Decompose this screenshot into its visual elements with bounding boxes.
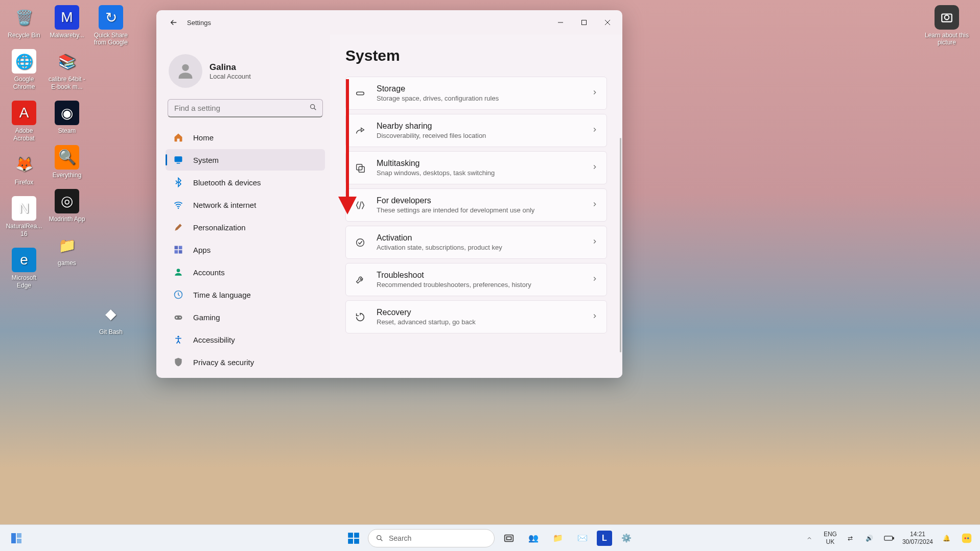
- desktop-icon[interactable]: 🌐Google Chrome: [4, 49, 44, 90]
- svg-rect-31: [354, 533, 359, 538]
- sidebar: Galina Local Account HomeSystemBluetooth…: [156, 35, 330, 378]
- desktop-icon[interactable]: 🗑️Recycle Bin: [4, 5, 44, 39]
- sidebar-item-time-language[interactable]: Time & language: [166, 284, 325, 305]
- sidebar-item-label: Accounts: [193, 268, 225, 277]
- desktop-icon[interactable]: eMicrosoft Edge: [4, 248, 44, 289]
- main-pane: System StorageStorage space, drives, con…: [330, 35, 622, 378]
- troubleshoot-icon: [354, 274, 366, 286]
- svg-rect-21: [357, 92, 364, 95]
- desktop-icon-label: NaturalRea... 16: [4, 223, 44, 237]
- notifications-icon[interactable]: 🔔: [940, 528, 952, 548]
- desktop-icon-label: Steam: [47, 127, 87, 134]
- card-subtitle: Recommended troubleshooters, preferences…: [377, 281, 581, 289]
- sidebar-item-personalization[interactable]: Personalization: [166, 217, 325, 238]
- svg-point-20: [177, 336, 179, 338]
- svg-point-11: [178, 207, 179, 209]
- tray-chevron-icon[interactable]: [802, 528, 816, 548]
- desktop-icon[interactable]: MMalwareby...: [47, 5, 87, 39]
- chevron-right-icon: [591, 275, 598, 284]
- sidebar-item-accessibility[interactable]: Accessibility: [166, 329, 325, 350]
- clock[interactable]: 14:21 30/07/2024: [902, 531, 933, 545]
- desktop-icon[interactable]: 📁games: [47, 233, 87, 267]
- svg-rect-15: [179, 250, 182, 254]
- sidebar-item-apps[interactable]: Apps: [166, 239, 325, 260]
- sidebar-item-bluetooth-devices[interactable]: Bluetooth & devices: [166, 172, 325, 193]
- desktop-icon-label: Recycle Bin: [4, 32, 44, 39]
- nav-list: HomeSystemBluetooth & devicesNetwork & i…: [166, 127, 325, 373]
- taskbar-search[interactable]: Search: [368, 529, 495, 547]
- home-icon: [173, 132, 184, 143]
- desktop-icon[interactable]: 🔍Everything: [47, 145, 87, 179]
- profile-block[interactable]: Galina Local Account: [166, 39, 325, 99]
- app-icon: N: [12, 196, 36, 221]
- settings-card-storage[interactable]: StorageStorage space, drives, configurat…: [345, 77, 607, 110]
- close-button[interactable]: [596, 13, 619, 32]
- settings-card-troubleshoot[interactable]: TroubleshootRecommended troubleshooters,…: [345, 263, 607, 296]
- sidebar-item-accounts[interactable]: Accounts: [166, 261, 325, 283]
- chevron-right-icon: [591, 89, 598, 98]
- sidebar-item-privacy-security[interactable]: Privacy & security: [166, 351, 325, 373]
- a11y-icon: [173, 334, 184, 345]
- svg-rect-12: [175, 246, 178, 250]
- app-icon: 📚: [55, 49, 79, 74]
- sidebar-item-label: Bluetooth & devices: [193, 178, 261, 187]
- volume-icon[interactable]: 🔊: [864, 528, 876, 548]
- settings-card-recovery[interactable]: RecoveryReset, advanced startup, go back: [345, 300, 607, 333]
- search-input[interactable]: [174, 104, 309, 112]
- desktop-icon[interactable]: ◉Steam: [47, 101, 87, 134]
- svg-point-24: [357, 238, 364, 246]
- system-icon: [173, 154, 184, 165]
- language-indicator[interactable]: ENG UK: [824, 531, 837, 545]
- start-button[interactable]: [343, 528, 364, 548]
- app-l-icon[interactable]: L: [597, 531, 612, 546]
- spotlight-info[interactable]: Learn about this picture: [924, 5, 970, 46]
- sidebar-item-system[interactable]: System: [166, 149, 325, 171]
- search-box[interactable]: [168, 99, 323, 117]
- svg-rect-32: [348, 539, 353, 544]
- card-title: For developers: [377, 196, 581, 205]
- app-icon: ◎: [55, 189, 79, 213]
- svg-line-8: [314, 108, 316, 110]
- desktop-icon[interactable]: NNaturalRea... 16: [4, 196, 44, 237]
- settings-taskbar-icon[interactable]: ⚙️: [616, 528, 637, 548]
- minimize-button[interactable]: [549, 13, 572, 32]
- teams-icon[interactable]: 👥: [523, 528, 544, 548]
- sidebar-item-home[interactable]: Home: [166, 127, 325, 148]
- card-title: Multitasking: [377, 159, 581, 168]
- svg-rect-39: [893, 537, 894, 539]
- chevron-right-icon: [591, 238, 598, 247]
- app-icon: 🗑️: [12, 5, 36, 30]
- explorer-icon[interactable]: 📁: [548, 528, 568, 548]
- battery-icon[interactable]: [883, 528, 895, 548]
- svg-rect-38: [884, 536, 893, 540]
- task-view-button[interactable]: [499, 528, 519, 548]
- mail-icon[interactable]: ✉️: [572, 528, 593, 548]
- desktop-icon[interactable]: AAdobe Acrobat: [4, 101, 44, 142]
- svg-line-35: [381, 539, 383, 541]
- desktop-icon[interactable]: 🦊Firefox: [4, 152, 44, 186]
- dev-icon: [354, 199, 366, 211]
- desktop-icon[interactable]: 📚calibre 64bit - E-book m...: [47, 49, 87, 90]
- desktop-icon-label: games: [47, 259, 87, 267]
- sidebar-item-gaming[interactable]: Gaming: [166, 306, 325, 328]
- profile-name: Galina: [209, 62, 251, 73]
- maximize-button[interactable]: [572, 13, 596, 32]
- settings-card-multitasking[interactable]: MultitaskingSnap windows, desktops, task…: [345, 151, 607, 184]
- settings-card-for-developers[interactable]: For developersThese settings are intende…: [345, 188, 607, 222]
- app-icon: e: [12, 248, 36, 272]
- svg-rect-3: [582, 20, 587, 25]
- desktop-icon[interactable]: ↻Quick Share from Google: [91, 5, 131, 46]
- sidebar-item-network-internet[interactable]: Network & internet: [166, 194, 325, 215]
- desktop-icon[interactable]: ◆Git Bash: [91, 302, 131, 336]
- svg-point-41: [964, 537, 966, 539]
- card-title: Recovery: [377, 308, 581, 317]
- back-button[interactable]: [166, 14, 182, 31]
- widgets-button[interactable]: [6, 528, 27, 548]
- settings-card-activation[interactable]: ActivationActivation state, subscription…: [345, 226, 607, 259]
- settings-card-nearby-sharing[interactable]: Nearby sharingDiscoverability, received …: [345, 114, 607, 147]
- desktop-icon[interactable]: ◎Modrinth App: [47, 189, 87, 223]
- share-icon: [354, 125, 366, 137]
- network-icon[interactable]: ⇄: [844, 528, 856, 548]
- copilot-icon[interactable]: [960, 528, 974, 548]
- avatar-icon: [169, 54, 202, 88]
